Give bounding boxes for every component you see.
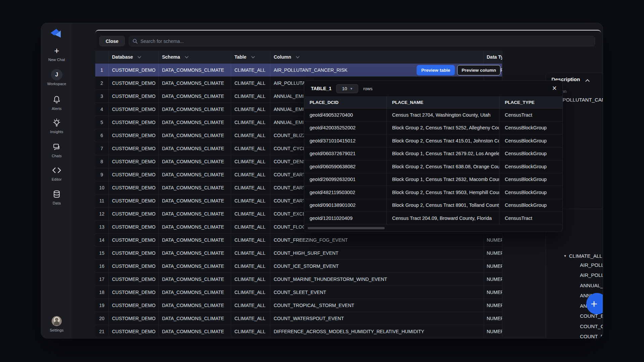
scrollbar-thumb[interactable]: [308, 227, 385, 229]
table-row[interactable]: 20CUSTOMER_DEMODATA_COMMONS_CLIMATECLIMA…: [95, 312, 502, 325]
cell-row-number: 7: [95, 142, 109, 155]
cell-row-number: 5: [95, 116, 109, 129]
popup-table-row[interactable]: geoId/420035252002Block Group 2, Census …: [304, 122, 563, 135]
sidebar-item-label: Workspace: [41, 82, 72, 86]
tree-item-column[interactable]: ANNUAL_EMISSIONS_GHG_AGRICULTURE: [580, 280, 603, 291]
table-row[interactable]: 19CUSTOMER_DEMODATA_COMMONS_CLIMATECLIMA…: [95, 299, 502, 312]
cell-data-type: NUMERIC: [484, 234, 502, 246]
sort-caret-icon[interactable]: [296, 55, 300, 58]
rows-per-page-select[interactable]: 10 ▾: [336, 84, 358, 93]
cell-schema: DATA_COMMONS_CLIMATE: [159, 221, 231, 233]
sidebar-item-chats[interactable]: Chats: [41, 141, 72, 158]
schema-table-header: DatabaseSchemaTableColumnData Type: [95, 51, 502, 64]
popup-cell-place-name: Census Tract 204.09, Broward County, Flo…: [387, 212, 499, 225]
cell-data-type: NUMERIC: [484, 273, 502, 286]
tree-item-column[interactable]: AIR_POLLUTANT_RESPIRATORY_HAZARD: [580, 270, 603, 281]
cell-data-type: NUMERIC: [484, 325, 502, 336]
chevron-up-icon[interactable]: [585, 79, 590, 83]
tree-item-table[interactable]: ▾ CLIMATE_ALL: [546, 251, 603, 260]
sidebar-item-editor[interactable]: Editor: [41, 165, 72, 181]
popup-cell-place-name: Census Tract 2704, Washington County, Ut…: [387, 109, 499, 121]
logo-icon: [41, 27, 72, 41]
popup-header-cell-place_name[interactable]: PLACE_NAME: [387, 96, 499, 108]
cell-table: CLIMATE_ALL: [231, 273, 270, 286]
tree-item-column[interactable]: AIR_POLLUTANT_CANCER_RISK: [580, 260, 603, 270]
cell-row-number: 14: [95, 234, 109, 246]
sidebar-item-insights[interactable]: Insights: [41, 117, 72, 134]
preview-table-button[interactable]: Preview table: [417, 65, 455, 75]
popup-table-row[interactable]: geoId/060590638082Block Group 2, Census …: [304, 160, 563, 173]
header-cell-schema[interactable]: Schema: [159, 51, 231, 63]
sidebar-item-new-chat[interactable]: + New Chat: [41, 45, 72, 62]
table-row[interactable]: 14CUSTOMER_DEMODATA_COMMONS_CLIMATECLIMA…: [95, 234, 502, 247]
header-label: Data Type: [487, 54, 502, 60]
table-row[interactable]: 17CUSTOMER_DEMODATA_COMMONS_CLIMATECLIMA…: [95, 273, 502, 286]
header-cell-database[interactable]: Database: [109, 51, 159, 63]
header-cell-data-type[interactable]: Data Type: [484, 51, 502, 63]
table-row[interactable]: 15CUSTOMER_DEMODATA_COMMONS_CLIMATECLIMA…: [95, 247, 502, 260]
cell-row-number: 11: [95, 194, 109, 207]
cell-table: CLIMATE_ALL: [231, 299, 270, 312]
sidebar-item-settings[interactable]: Settings: [41, 315, 72, 332]
cell-database: CUSTOMER_DEMO: [109, 312, 159, 325]
cell-column: COUNT_TROPICAL_STORM_EVENT: [270, 299, 484, 312]
cell-row-number: 8: [95, 155, 109, 168]
database-icon: [41, 188, 72, 200]
popup-cell-place-type: CensusTract: [499, 212, 563, 225]
cell-schema: DATA_COMMONS_CLIMATE: [159, 129, 231, 142]
cell-table: CLIMATE_ALL: [231, 260, 270, 273]
sidebar-item-alerts[interactable]: Alerts: [41, 94, 72, 111]
header-cell-table[interactable]: Table: [231, 51, 270, 63]
tree-item-column[interactable]: COUNT_CYCLONE_EVENT: [580, 321, 603, 331]
sort-caret-icon[interactable]: [251, 55, 255, 58]
schema-search[interactable]: [129, 36, 595, 46]
cell-database: CUSTOMER_DEMO: [109, 299, 159, 312]
cell-row-number: 2: [95, 77, 109, 89]
cell-table: CLIMATE_ALL: [231, 129, 270, 142]
table-row[interactable]: 18CUSTOMER_DEMODATA_COMMONS_CLIMATECLIMA…: [95, 286, 502, 299]
cell-table: CLIMATE_ALL: [231, 207, 270, 220]
cell-data-type: NUMERIC: [484, 260, 502, 273]
close-icon[interactable]: ×: [550, 83, 559, 93]
cell-database: CUSTOMER_DEMO: [109, 116, 159, 129]
popup-table-row[interactable]: geoId/12011020409Census Tract 204.09, Br…: [304, 212, 563, 225]
cell-database: CUSTOMER_DEMO: [109, 221, 159, 233]
search-input[interactable]: [141, 39, 591, 44]
cell-table: CLIMATE_ALL: [231, 221, 270, 233]
cell-data-type: NUMERIC: [484, 299, 502, 312]
close-button[interactable]: Close: [99, 36, 125, 46]
popup-table-row[interactable]: geoId/090138901002Block Group 2, Census …: [304, 199, 563, 212]
popup-header-cell-place_dcid[interactable]: PLACE_DCID: [304, 96, 387, 108]
popup-table-row[interactable]: geoId/482119503002Block Group 2, Census …: [304, 186, 563, 199]
cell-table: CLIMATE_ALL: [231, 247, 270, 259]
desktop-background: + New Chat J Workspace Alerts: [0, 0, 644, 362]
table-row[interactable]: 21CUSTOMER_DEMODATA_COMMONS_CLIMATECLIMA…: [95, 325, 502, 336]
sort-caret-icon[interactable]: [138, 55, 141, 58]
preview-column-button[interactable]: Preview column: [457, 65, 500, 75]
popup-table-row[interactable]: geoId/260992632001Block Group 1, Census …: [304, 173, 563, 186]
row-actions: Preview tablePreview column: [417, 65, 500, 75]
popup-cell-place-type: CensusTract: [499, 109, 563, 121]
cell-database: CUSTOMER_DEMO: [109, 90, 159, 103]
cell-table: CLIMATE_ALL: [231, 155, 270, 168]
popup-table-row[interactable]: geoId/371010415012Block Group 2, Census …: [304, 134, 563, 147]
popup-title: TABLE_1: [311, 86, 331, 91]
popup-cell-place-name: Block Group 2, Census Tract 638.08, Oran…: [387, 160, 499, 173]
table-row[interactable]: 1CUSTOMER_DEMODATA_COMMONS_CLIMATECLIMAT…: [95, 64, 502, 77]
sidebar-item-workspace[interactable]: J Workspace: [41, 69, 72, 86]
sidebar-item-data[interactable]: Data: [41, 188, 72, 205]
cell-schema: DATA_COMMONS_CLIMATE: [159, 234, 231, 246]
tree-item-column[interactable]: COUNT_DENSE_FOG_EVENT: [580, 331, 603, 339]
popup-header-cell-place_type[interactable]: PLACE_TYPE: [499, 96, 563, 108]
horizontal-scrollbar: [308, 227, 560, 229]
app-logo[interactable]: [41, 27, 72, 41]
table-row[interactable]: 16CUSTOMER_DEMODATA_COMMONS_CLIMATECLIMA…: [95, 260, 502, 273]
popup-table-row[interactable]: geoId/49053270400Census Tract 2704, Wash…: [304, 109, 563, 122]
cell-schema: DATA_COMMONS_CLIMATE: [159, 247, 231, 259]
cell-database: CUSTOMER_DEMO: [109, 103, 159, 116]
header-cell-column[interactable]: Column: [270, 51, 484, 63]
popup-cell-place-name: Block Group 1, Census Tract 2679.02, Los…: [387, 147, 499, 160]
popup-table-row[interactable]: geoId/060372679021Block Group 1, Census …: [304, 147, 563, 161]
sort-caret-icon[interactable]: [184, 55, 188, 58]
cell-schema: DATA_COMMONS_CLIMATE: [159, 64, 231, 76]
